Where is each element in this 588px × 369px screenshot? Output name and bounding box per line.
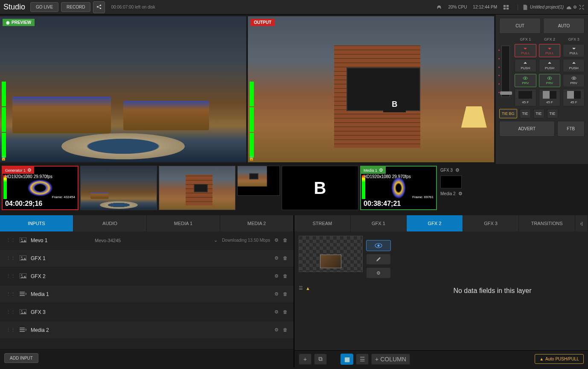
gfx1-prv-button[interactable]: PRV xyxy=(515,74,536,87)
list-icon[interactable]: ☰ xyxy=(299,285,303,291)
tie-2-button[interactable]: TIE xyxy=(533,109,544,118)
list-view-button[interactable]: ☰ xyxy=(356,354,369,365)
gfx2-push-button[interactable]: PUSH xyxy=(539,59,561,72)
tab-stream[interactable]: STREAM xyxy=(294,215,351,231)
gfx1-push-button[interactable]: PUSH xyxy=(515,59,536,72)
gfx1-mix-button[interactable]: 45 F xyxy=(515,89,536,106)
gear-icon[interactable]: ⚙ xyxy=(379,167,383,173)
output-monitor[interactable]: OUTPUT B 🔒 xyxy=(248,16,494,162)
source-cam-1[interactable]: CAM 1⚙ xyxy=(80,166,157,210)
ftb-button[interactable]: FTB xyxy=(557,121,585,137)
tab-gfx-1[interactable]: GFX 1 xyxy=(351,215,407,231)
gfx-edit-button[interactable] xyxy=(366,254,391,265)
cloud-icon[interactable] xyxy=(565,4,571,10)
input-row[interactable]: ⋮⋮ Media 1 ⚙ 🗑 xyxy=(0,285,294,303)
auto-push-pull-button[interactable]: ▲ Auto PUSH/PULL xyxy=(535,354,584,364)
svg-point-18 xyxy=(21,274,23,275)
source-b-slate[interactable]: B xyxy=(282,166,358,210)
tab-media-2[interactable]: MEDIA 2 xyxy=(220,215,294,231)
input-settings-button[interactable]: ⚙ xyxy=(274,237,279,243)
input-type-icon xyxy=(20,291,26,297)
input-type-icon xyxy=(20,273,26,279)
gfx3-push-button[interactable]: PUSH xyxy=(563,59,585,72)
input-delete-button[interactable]: 🗑 xyxy=(283,237,288,243)
input-delete-button[interactable]: 🗑 xyxy=(283,291,288,297)
drag-handle-icon[interactable]: ⋮⋮ xyxy=(6,237,15,243)
drag-handle-icon[interactable]: ⋮⋮ xyxy=(6,273,15,279)
svg-rect-21 xyxy=(20,295,25,296)
svg-point-10 xyxy=(549,78,550,79)
t-bar[interactable] xyxy=(501,46,510,97)
settings-icon[interactable]: ⚙ xyxy=(573,5,577,9)
advert-button[interactable]: ADVERT xyxy=(499,121,555,137)
source-cam-2[interactable]: CAM 2⚙ xyxy=(159,166,236,210)
input-delete-button[interactable]: 🗑 xyxy=(283,327,288,333)
tab-gfx-3[interactable]: GFX 3 xyxy=(463,215,519,231)
layout-icon[interactable] xyxy=(503,4,509,10)
tab-media-1[interactable]: MEDIA 1 xyxy=(147,215,220,231)
gfx1-pull-button[interactable]: PULL xyxy=(515,44,536,57)
app-title: Studio xyxy=(3,3,25,12)
tie-3-button[interactable]: TIE xyxy=(547,109,558,118)
add-layer-button[interactable]: + xyxy=(299,354,311,365)
left-tab-row: INPUTS AUDIO MEDIA 1 MEDIA 2 xyxy=(0,215,294,231)
go-live-button[interactable]: GO LIVE xyxy=(30,2,58,12)
tab-inputs[interactable]: INPUTS xyxy=(0,215,73,231)
input-row[interactable]: ⋮⋮ GFX 2 ⚙ 🗑 xyxy=(0,267,294,285)
input-settings-button[interactable]: ⚙ xyxy=(274,273,279,279)
gear-icon[interactable]: ⚙ xyxy=(27,167,32,173)
lock-icon[interactable]: 🔒 xyxy=(249,156,254,161)
gfx2-prv-button[interactable]: PRV xyxy=(539,74,561,87)
tab-transitions[interactable]: TRANSITIONS xyxy=(519,215,575,231)
gfx3-pull-button[interactable]: PULL xyxy=(563,44,585,57)
up-arrow-icon[interactable]: ▲ xyxy=(306,286,310,291)
cut-button[interactable]: CUT xyxy=(499,18,541,34)
input-row[interactable]: ⋮⋮ Media 2 ⚙ 🗑 xyxy=(0,321,294,339)
drag-handle-icon[interactable]: ⋮⋮ xyxy=(6,309,15,315)
gfx3-prv-button[interactable]: PRV xyxy=(563,74,585,87)
grid-view-button[interactable]: ▦ xyxy=(341,354,353,365)
gfx-settings-button[interactable]: ⚙ xyxy=(366,267,391,278)
tab-gfx-2[interactable]: GFX 2 xyxy=(407,215,463,231)
gfx3-mix-button[interactable]: 45 F xyxy=(563,89,585,106)
chevron-down-icon[interactable]: ⌄ xyxy=(214,237,218,243)
drag-handle-icon[interactable]: ⋮⋮ xyxy=(6,291,15,297)
gfx-visibility-button[interactable] xyxy=(366,240,391,251)
source-media-2-mini[interactable]: Media 2⚙ xyxy=(440,191,463,196)
duplicate-layer-button[interactable]: ⧉ xyxy=(314,354,327,365)
drag-handle-icon[interactable]: ⋮⋮ xyxy=(6,327,15,333)
input-delete-button[interactable]: 🗑 xyxy=(283,309,288,315)
tie-bg-button[interactable]: TIE BG xyxy=(499,109,517,118)
share-button[interactable] xyxy=(93,1,105,13)
source-media-1[interactable]: Media 1⚙ HD1920x1080 29.970fps Frame: 69… xyxy=(360,166,437,210)
drag-handle-icon[interactable]: ⋮⋮ xyxy=(6,255,15,261)
input-type-icon xyxy=(20,237,26,243)
record-button[interactable]: RECORD xyxy=(61,2,90,12)
input-row[interactable]: ⋮⋮ GFX 3 ⚙ 🗑 xyxy=(0,303,294,321)
input-row[interactable]: ⋮⋮ Mevo 1 Mevo-34245 ⌄ Downloading 13.50… xyxy=(0,231,294,249)
input-settings-button[interactable]: ⚙ xyxy=(274,291,279,297)
gfx-layer-thumbnail[interactable] xyxy=(299,236,363,272)
lock-icon[interactable]: 🔒 xyxy=(1,156,6,161)
input-settings-button[interactable]: ⚙ xyxy=(274,255,279,261)
tab-audio[interactable]: AUDIO xyxy=(73,215,147,231)
project-name[interactable]: Untitled project(1) xyxy=(530,5,564,9)
tie-1-button[interactable]: TIE xyxy=(520,109,531,118)
preview-monitor[interactable]: ◉PREVIEW 🔒 xyxy=(0,16,246,162)
source-generator-1[interactable]: Generator 1⚙ HD1920x1080 29.970fps Frame… xyxy=(2,166,79,210)
auto-button[interactable]: AUTO xyxy=(543,18,585,34)
gfx2-pull-button[interactable]: PULL xyxy=(539,44,561,57)
input-delete-button[interactable]: 🗑 xyxy=(283,255,288,261)
collapse-icon[interactable] xyxy=(579,4,585,10)
add-input-button[interactable]: ADD INPUT xyxy=(4,353,38,363)
input-delete-button[interactable]: 🗑 xyxy=(283,273,288,279)
add-column-button[interactable]: + COLUMN xyxy=(371,354,410,365)
headphones-icon[interactable] xyxy=(436,4,442,10)
input-row[interactable]: ⋮⋮ GFX 1 ⚙ 🗑 xyxy=(0,249,294,267)
source-gfx-3-mini[interactable]: GFX 3⚙ xyxy=(440,167,463,173)
input-settings-button[interactable]: ⚙ xyxy=(274,327,279,333)
input-settings-button[interactable]: ⚙ xyxy=(274,309,279,315)
source-gfx-1[interactable]: GFX 1⚙ xyxy=(237,166,280,196)
gfx2-mix-button[interactable]: 45 F xyxy=(539,89,561,106)
tab-expand[interactable]: ›| xyxy=(575,215,588,231)
